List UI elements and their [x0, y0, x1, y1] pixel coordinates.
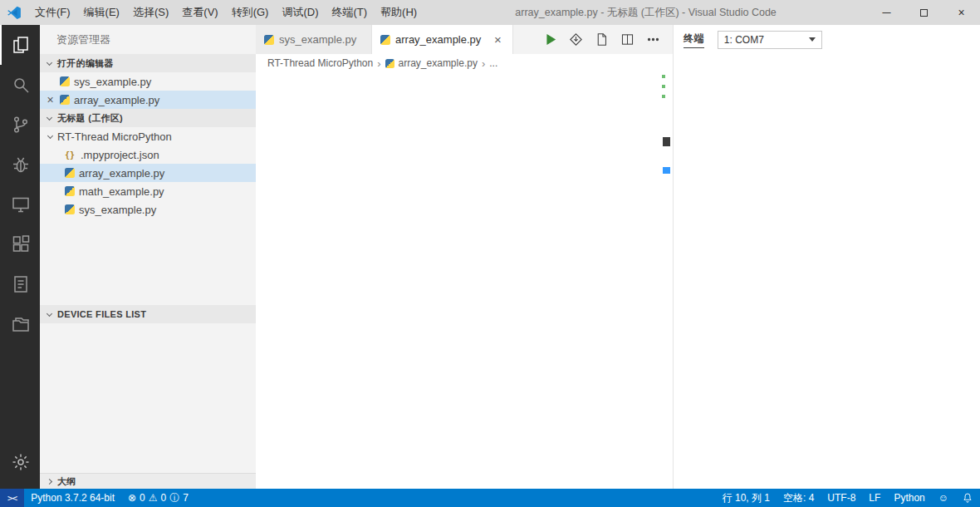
- python-file-icon: [65, 204, 75, 214]
- tabs: sys_example.pyarray_example.py×: [256, 25, 513, 54]
- cursor-position[interactable]: 行 10, 列 1: [716, 489, 777, 507]
- terminal-selector-dropdown[interactable]: 1: COM7: [718, 31, 822, 49]
- python-file-icon: [380, 35, 390, 45]
- sidebar-spacer: [40, 219, 256, 305]
- section-outline[interactable]: 大纲: [40, 473, 256, 489]
- remote-indicator[interactable]: ><: [0, 489, 24, 507]
- breadcrumb-item[interactable]: RT-Thread MicroPython: [267, 57, 373, 69]
- info-icon: ⓘ: [169, 491, 179, 505]
- folder-name: RT-Thread MicroPython: [57, 130, 172, 143]
- menu-item[interactable]: 编辑(E): [77, 0, 126, 25]
- more-actions-icon[interactable]: [643, 30, 663, 50]
- python-file-icon: [264, 35, 274, 45]
- terminal-tab[interactable]: 终端: [684, 32, 704, 48]
- chevron-right-icon: [47, 478, 52, 484]
- error-icon: ⊗: [128, 492, 136, 504]
- indentation[interactable]: 空格: 4: [777, 489, 821, 507]
- vscode-logo-icon: [7, 5, 22, 20]
- editor-tab[interactable]: array_example.py×: [372, 25, 513, 54]
- source-control-icon[interactable]: [0, 105, 40, 145]
- chevron-right-icon: ›: [377, 57, 380, 70]
- debug-icon[interactable]: [0, 145, 40, 185]
- ruler-marker: [662, 75, 665, 78]
- python-interpreter[interactable]: Python 3.7.2 64-bit: [24, 489, 121, 507]
- terminal-output[interactable]: [674, 54, 980, 489]
- chevron-down-icon: [47, 114, 52, 120]
- breadcrumb-item[interactable]: array_example.py: [399, 57, 478, 69]
- window-controls: ─ ×: [868, 0, 980, 25]
- tree-file[interactable]: math_example.py: [40, 182, 256, 200]
- language-mode[interactable]: Python: [887, 489, 931, 507]
- menu-item[interactable]: 查看(V): [175, 0, 224, 25]
- menu-item[interactable]: 文件(F): [28, 0, 77, 25]
- chevron-right-icon: ›: [482, 57, 485, 70]
- info-count: 7: [183, 492, 189, 504]
- section-open-editors[interactable]: 打开的编辑器: [40, 54, 256, 72]
- maximize-button[interactable]: [905, 0, 943, 25]
- extensions-icon[interactable]: [0, 224, 40, 264]
- device-download-icon[interactable]: [566, 30, 586, 50]
- section-workspace[interactable]: 无标题 (工作区): [40, 109, 256, 127]
- close-icon[interactable]: ×: [44, 93, 56, 106]
- menu-item[interactable]: 终端(T): [325, 0, 374, 25]
- chevron-down-icon: [47, 310, 52, 316]
- editor-tab[interactable]: sys_example.py: [256, 25, 372, 54]
- maximize-icon: [920, 9, 928, 17]
- python-file-icon: [65, 186, 75, 196]
- menu-item[interactable]: 调试(D): [275, 0, 325, 25]
- problems-indicator[interactable]: ⊗ 0 ⚠ 0 ⓘ 7: [121, 489, 195, 507]
- run-icon[interactable]: [540, 30, 560, 50]
- tab-label: sys_example.py: [279, 33, 356, 46]
- close-button[interactable]: ×: [943, 0, 980, 25]
- file-name: .mpyproject.json: [81, 149, 159, 161]
- search-icon[interactable]: [0, 65, 40, 105]
- output-report-icon[interactable]: [0, 264, 40, 304]
- feedback-smiley-icon[interactable]: ☺: [932, 489, 955, 507]
- explorer-icon[interactable]: [0, 25, 40, 65]
- file-name: math_example.py: [79, 185, 164, 198]
- open-editor-item[interactable]: ×array_example.py: [40, 91, 256, 109]
- chevron-down-icon: [47, 132, 53, 138]
- minimap[interactable]: [618, 74, 661, 489]
- terminal-selector-value: 1: COM7: [724, 34, 764, 46]
- remote-device-icon[interactable]: [0, 185, 40, 224]
- json-file-icon: {}: [65, 150, 76, 160]
- breadcrumb-item[interactable]: ...: [489, 57, 497, 69]
- workspace-tree: RT-Thread MicroPython{}.mpyproject.jsona…: [40, 127, 256, 219]
- error-count: 0: [140, 492, 145, 504]
- warning-icon: ⚠: [149, 492, 158, 504]
- explorer-sidebar: 资源管理器 打开的编辑器 sys_example.py×array_exampl…: [40, 25, 256, 489]
- sidebar-title: 资源管理器: [40, 25, 256, 54]
- sidebar-spacer: [40, 323, 256, 473]
- ruler-marker: [662, 85, 665, 88]
- editor-group: sys_example.pyarray_example.py× RT-Threa…: [256, 25, 673, 489]
- vscode-window: 文件(F)编辑(E)选择(S)查看(V)转到(G)调试(D)终端(T)帮助(H)…: [0, 0, 980, 507]
- tree-folder[interactable]: RT-Thread MicroPython: [40, 127, 256, 145]
- tree-file[interactable]: sys_example.py: [40, 200, 256, 219]
- eol-selector[interactable]: LF: [862, 489, 887, 507]
- close-icon[interactable]: ×: [491, 32, 504, 47]
- tab-label: array_example.py: [395, 33, 481, 46]
- open-editors-list: sys_example.py×array_example.py: [40, 72, 256, 109]
- terminal-header: 终端 1: COM7: [674, 25, 980, 54]
- settings-gear-icon[interactable]: [0, 442, 40, 482]
- device-files-icon[interactable]: [0, 304, 40, 344]
- menu-item[interactable]: 帮助(H): [374, 0, 424, 25]
- encoding[interactable]: UTF-8: [821, 489, 862, 507]
- split-editor-icon[interactable]: [617, 30, 637, 50]
- warning-count: 0: [161, 492, 167, 504]
- open-editor-item[interactable]: sys_example.py: [40, 72, 256, 91]
- menubar: 文件(F)编辑(E)选择(S)查看(V)转到(G)调试(D)终端(T)帮助(H): [28, 0, 424, 25]
- file-name: array_example.py: [74, 94, 159, 106]
- tree-file[interactable]: array_example.py: [40, 164, 256, 182]
- notifications-bell-icon[interactable]: [955, 489, 980, 507]
- scrollbar-marker[interactable]: [663, 137, 670, 146]
- tree-file[interactable]: {}.mpyproject.json: [40, 145, 256, 164]
- menu-item[interactable]: 转到(G): [225, 0, 276, 25]
- text-editor[interactable]: [256, 74, 618, 489]
- open-preview-icon[interactable]: [591, 30, 611, 50]
- terminal-panel: 终端 1: COM7: [673, 25, 980, 489]
- section-device-files[interactable]: DEVICE FILES LIST: [40, 305, 256, 323]
- menu-item[interactable]: 选择(S): [126, 0, 175, 25]
- minimize-button[interactable]: ─: [868, 0, 905, 25]
